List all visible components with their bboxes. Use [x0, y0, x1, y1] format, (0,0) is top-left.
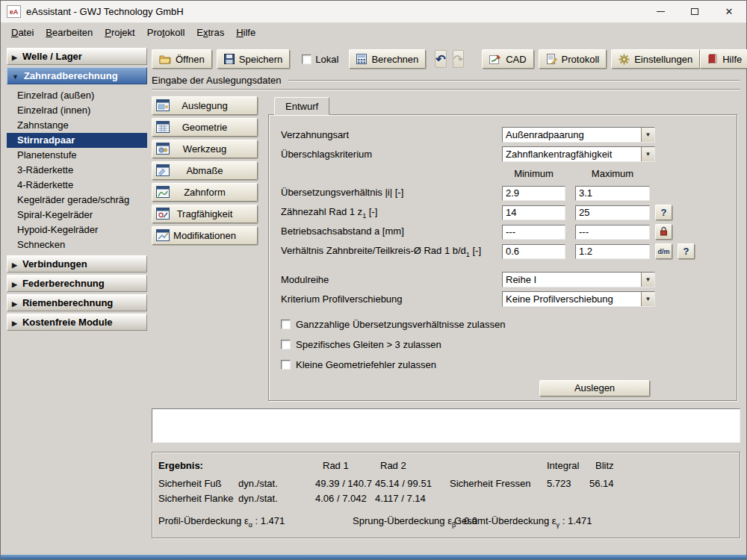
sidebar: Welle / Lager Zahnradberechnung Einzelra…: [7, 48, 147, 552]
zahnbreite-max-input[interactable]: [575, 244, 650, 259]
app-window: eA eAssistant - GWJ Technology GmbH Date…: [0, 0, 747, 560]
auslegen-button[interactable]: Auslegen: [539, 380, 650, 396]
sidebar-section-federberechnung[interactable]: Federberechnung: [7, 275, 147, 292]
chevron-down-icon: [641, 128, 654, 142]
zahnbreite-min-input[interactable]: [502, 244, 565, 259]
results-col-integral: Integral: [547, 460, 579, 471]
protocol-button[interactable]: Protokoll: [539, 49, 607, 69]
profilverschiebung-select[interactable]: Keine Profilverschiebung: [502, 291, 655, 307]
modifikationen-button[interactable]: Modifikationen: [152, 226, 258, 245]
sidebar-section-zahnradberechnung[interactable]: Zahnradberechnung: [7, 67, 147, 84]
zaehnezahl-help-button[interactable]: ?: [655, 205, 672, 220]
tab-entwurf[interactable]: Entwurf: [274, 97, 329, 115]
achsabstand-lock-button[interactable]: [655, 224, 672, 240]
gleiten-checkbox[interactable]: [281, 340, 291, 349]
gear-calculation-list: Einzelrad (außen) Einzelrad (innen) Zahn…: [7, 87, 147, 255]
sidebar-item-3-raederkette[interactable]: 3-Räderkette: [7, 163, 147, 178]
result-row-mode: dyn./stat.: [238, 478, 278, 489]
achsabstand-max-input[interactable]: [575, 225, 650, 240]
modulreihe-label: Modulreihe: [281, 274, 502, 285]
sidebar-item-einzelrad-innen[interactable]: Einzelrad (innen): [7, 103, 147, 118]
result-row-name: Sicherheit Flanke: [158, 493, 233, 504]
save-button[interactable]: Speichern: [217, 49, 291, 69]
settings-button[interactable]: Einstellungen: [611, 49, 700, 69]
maximize-button[interactable]: [678, 1, 712, 22]
geometriefehler-checkbox[interactable]: [281, 360, 291, 370]
zahnbreite-help-button[interactable]: ?: [678, 243, 695, 259]
open-button[interactable]: Öffnen: [152, 49, 212, 69]
local-checkbox[interactable]: [302, 55, 311, 64]
checkbox-row-gleiten: Spezifisches Gleiten > 3 zulassen: [281, 337, 725, 352]
sidebar-item-4-raederkette[interactable]: 4-Räderkette: [7, 178, 147, 193]
ganzzahlig-checkbox[interactable]: [281, 320, 291, 329]
ueberschlagskriterium-label: Überschlagskriterium: [281, 149, 502, 160]
sidebar-item-schnecken[interactable]: Schnecken: [7, 237, 147, 252]
results-col-blitz: Blitz: [595, 460, 614, 471]
save-disk-icon: [224, 54, 235, 64]
werkzeug-button[interactable]: Werkzeug: [152, 140, 258, 158]
entwurf-panel: Verzahnungsart Außenradpaarung Überschla…: [268, 114, 737, 401]
uebersetzung-min-input[interactable]: [502, 186, 565, 201]
undo-button[interactable]: [435, 50, 446, 68]
chevron-down-icon: [12, 70, 19, 81]
form-area: Entwurf Verzahnungsart Außenradpaarung Ü…: [268, 96, 737, 401]
open-folder-icon: [159, 54, 171, 64]
sidebar-section-welle-lager[interactable]: Welle / Lager: [7, 48, 147, 65]
sidebar-item-planetenstufe[interactable]: Planetenstufe: [7, 148, 147, 163]
window-controls: [643, 1, 746, 22]
geometrie-button[interactable]: Geometrie: [152, 118, 258, 137]
sidebar-section-verbindungen[interactable]: Verbindungen: [7, 255, 147, 273]
verzahnungsart-select[interactable]: Außenradpaarung: [502, 127, 655, 143]
modulreihe-select[interactable]: Reihe I: [502, 272, 655, 287]
ueberschlagskriterium-select[interactable]: Zahnflankentragfähigkeit: [502, 146, 655, 162]
menu-bearbeiten[interactable]: Bearbeiten: [40, 25, 99, 40]
sidebar-item-spiral-kegelraeder[interactable]: Spiral-Kegelräder: [7, 208, 147, 223]
tragfaehigkeit-button[interactable]: Tragfähigkeit: [152, 205, 258, 223]
calculate-button-label: Berechnen: [371, 54, 418, 65]
page-title: Eingabe der Auslegungsdaten: [152, 75, 281, 86]
sidebar-item-hypoid-kegelraeder[interactable]: Hypoid-Kegelräder: [7, 223, 147, 237]
zaehnezahl-max-input[interactable]: [575, 205, 650, 220]
menu-protokoll[interactable]: Protokoll: [141, 25, 191, 40]
uebersetzung-max-input[interactable]: [575, 186, 650, 201]
chevron-down-icon: [641, 147, 654, 161]
auslegung-button[interactable]: Auslegung: [152, 96, 258, 115]
cad-button[interactable]: CAD: [482, 49, 533, 69]
zahnform-button[interactable]: Zahnform: [152, 183, 258, 202]
zahnbreite-verhaeltnis-label: Verhältnis Zahnbreite/Teilkreis-Ø Rad 1 …: [281, 245, 502, 258]
section-label-row: Eingabe der Auslegungsdaten: [152, 75, 740, 86]
result-value: 49.39 / 140.7: [315, 478, 372, 489]
abmasse-button[interactable]: Abmaße: [152, 161, 258, 180]
category-button-stack: Auslegung Geometrie Werkzeug Abmaße: [152, 96, 258, 401]
gesamt-ueberdeckung: Gesamt-Überdeckung εγ : 1.471: [454, 515, 592, 529]
chevron-right-icon: [12, 51, 17, 62]
menu-hilfe[interactable]: Hilfe: [230, 25, 261, 40]
achsabstand-min-input[interactable]: [502, 225, 565, 240]
chevron-right-icon: [12, 317, 17, 328]
help-button[interactable]: Hilfe: [700, 49, 747, 69]
lock-icon: [660, 226, 668, 238]
bd-toggle-button[interactable]: d/m: [655, 243, 672, 259]
chevron-right-icon: [12, 278, 17, 289]
result-value: 45.14 / 99.51: [375, 478, 432, 489]
menu-projekt[interactable]: Projekt: [99, 25, 140, 40]
sidebar-item-zahnstange[interactable]: Zahnstange: [7, 118, 147, 133]
sidebar-section-kostenfreie-module[interactable]: Kostenfreie Module: [7, 314, 147, 331]
close-button[interactable]: [712, 1, 746, 22]
results-title: Ergebnis:: [158, 460, 203, 471]
protocol-button-label: Protokoll: [562, 54, 600, 65]
chevron-right-icon: [12, 297, 17, 308]
sidebar-item-stirnradpaar[interactable]: Stirnradpaar: [7, 133, 147, 148]
redo-button[interactable]: [453, 50, 464, 68]
close-icon: [725, 6, 734, 17]
sidebar-section-riemenberechnung[interactable]: Riemenberechnung: [7, 294, 147, 311]
menu-datei[interactable]: Datei: [5, 25, 40, 40]
calculate-button[interactable]: Berechnen: [349, 49, 426, 69]
window-bottom-border: [1, 555, 746, 559]
sidebar-item-einzelrad-aussen[interactable]: Einzelrad (außen): [7, 88, 147, 103]
minimize-button[interactable]: [643, 1, 678, 22]
sidebar-item-kegelraeder[interactable]: Kegelräder gerade/schräg: [7, 193, 147, 208]
zaehnezahl-min-input[interactable]: [502, 205, 565, 220]
menu-extras[interactable]: Extras: [190, 25, 230, 40]
profil-ueberdeckung: Profil-Überdeckung εα : 1.471: [158, 515, 285, 529]
